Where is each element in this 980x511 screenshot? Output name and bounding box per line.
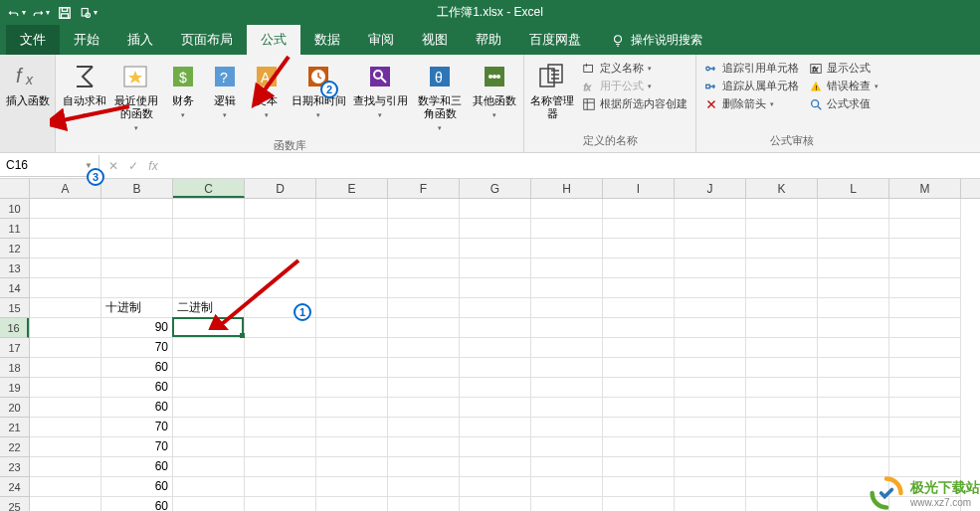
- row-header-16[interactable]: 16: [0, 318, 29, 338]
- tab-review[interactable]: 审阅: [354, 25, 408, 55]
- cell-M15[interactable]: [889, 298, 961, 318]
- cell-G18[interactable]: [460, 358, 531, 378]
- cell-F20[interactable]: [388, 398, 460, 418]
- cell-H22[interactable]: [531, 437, 603, 457]
- cell-K22[interactable]: [746, 437, 818, 457]
- column-header-G[interactable]: G: [460, 179, 531, 198]
- cell-D25[interactable]: [245, 497, 316, 511]
- cell-H23[interactable]: [531, 457, 603, 477]
- cell-K19[interactable]: [746, 378, 818, 398]
- cell-M22[interactable]: [889, 437, 961, 457]
- cell-E10[interactable]: [316, 199, 388, 219]
- cell-C20[interactable]: [173, 398, 245, 418]
- cell-H12[interactable]: [531, 239, 603, 258]
- cell-G16[interactable]: [460, 318, 531, 338]
- cell-K11[interactable]: [746, 219, 818, 239]
- row-header-12[interactable]: 12: [0, 239, 29, 258]
- cell-M23[interactable]: [889, 457, 961, 477]
- cell-L21[interactable]: [818, 418, 889, 437]
- row-header-20[interactable]: 20: [0, 398, 29, 418]
- row-header-14[interactable]: 14: [0, 278, 29, 298]
- row-header-21[interactable]: 21: [0, 418, 29, 437]
- column-header-J[interactable]: J: [675, 179, 746, 198]
- cell-B21[interactable]: 70: [101, 418, 173, 437]
- cell-E13[interactable]: [316, 258, 388, 278]
- cell-L22[interactable]: [818, 437, 889, 457]
- evaluate-formula-button[interactable]: 公式求值: [809, 96, 879, 111]
- cell-I13[interactable]: [603, 258, 675, 278]
- cell-F10[interactable]: [388, 199, 460, 219]
- cell-B25[interactable]: 60: [101, 497, 173, 511]
- cell-F11[interactable]: [388, 219, 460, 239]
- cell-K12[interactable]: [746, 239, 818, 258]
- cell-J11[interactable]: [675, 219, 746, 239]
- row-header-23[interactable]: 23: [0, 457, 29, 477]
- cell-M17[interactable]: [889, 338, 961, 358]
- define-name-button[interactable]: 定义名称 ▾: [582, 61, 687, 76]
- cell-L16[interactable]: [818, 318, 889, 338]
- cell-K16[interactable]: [746, 318, 818, 338]
- cell-J20[interactable]: [675, 398, 746, 418]
- row-header-18[interactable]: 18: [0, 358, 29, 378]
- cell-M14[interactable]: [889, 278, 961, 298]
- row-header-19[interactable]: 19: [0, 378, 29, 398]
- cell-J12[interactable]: [675, 239, 746, 258]
- cell-H10[interactable]: [531, 199, 603, 219]
- tab-baidu[interactable]: 百度网盘: [515, 25, 595, 55]
- cell-F13[interactable]: [388, 258, 460, 278]
- cell-I16[interactable]: [603, 318, 675, 338]
- cell-H17[interactable]: [531, 338, 603, 358]
- cell-J18[interactable]: [675, 358, 746, 378]
- cell-I21[interactable]: [603, 418, 675, 437]
- cell-H20[interactable]: [531, 398, 603, 418]
- cell-L11[interactable]: [818, 219, 889, 239]
- cell-L13[interactable]: [818, 258, 889, 278]
- cell-A24[interactable]: [30, 477, 101, 497]
- tab-data[interactable]: 数据: [300, 25, 354, 55]
- cell-D21[interactable]: [245, 418, 316, 437]
- cell-J17[interactable]: [675, 338, 746, 358]
- cell-L10[interactable]: [818, 199, 889, 219]
- cell-K14[interactable]: [746, 278, 818, 298]
- cell-F14[interactable]: [388, 278, 460, 298]
- cell-L19[interactable]: [818, 378, 889, 398]
- cell-J16[interactable]: [675, 318, 746, 338]
- cell-I11[interactable]: [603, 219, 675, 239]
- cell-G22[interactable]: [460, 437, 531, 457]
- cell-B23[interactable]: 60: [101, 457, 173, 477]
- cell-C22[interactable]: [173, 437, 245, 457]
- cell-C17[interactable]: [173, 338, 245, 358]
- cell-A18[interactable]: [30, 358, 101, 378]
- column-header-K[interactable]: K: [746, 179, 818, 198]
- cell-L17[interactable]: [818, 338, 889, 358]
- cell-E11[interactable]: [316, 219, 388, 239]
- tell-me-search[interactable]: 操作说明搜索: [605, 26, 708, 55]
- cell-E23[interactable]: [316, 457, 388, 477]
- row-header-25[interactable]: 25: [0, 497, 29, 511]
- cell-I18[interactable]: [603, 358, 675, 378]
- cell-L18[interactable]: [818, 358, 889, 378]
- cell-D20[interactable]: [245, 398, 316, 418]
- redo-button[interactable]: ▾: [32, 4, 50, 22]
- cell-C19[interactable]: [173, 378, 245, 398]
- tab-formulas[interactable]: 公式: [247, 25, 300, 55]
- cell-F22[interactable]: [388, 437, 460, 457]
- cell-K23[interactable]: [746, 457, 818, 477]
- tab-layout[interactable]: 页面布局: [167, 25, 247, 55]
- trace-dependents-button[interactable]: 追踪从属单元格: [704, 79, 799, 93]
- cell-G10[interactable]: [460, 199, 531, 219]
- cell-B22[interactable]: 70: [101, 437, 173, 457]
- cell-G13[interactable]: [460, 258, 531, 278]
- cell-J25[interactable]: [675, 497, 746, 511]
- row-header-11[interactable]: 11: [0, 219, 29, 239]
- cell-D19[interactable]: [245, 378, 316, 398]
- cell-E19[interactable]: [316, 378, 388, 398]
- cell-D24[interactable]: [245, 477, 316, 497]
- cell-H24[interactable]: [531, 477, 603, 497]
- cell-I24[interactable]: [603, 477, 675, 497]
- cell-M20[interactable]: [889, 398, 961, 418]
- cell-M11[interactable]: [889, 219, 961, 239]
- cell-H14[interactable]: [531, 278, 603, 298]
- cell-C23[interactable]: [173, 457, 245, 477]
- cell-L15[interactable]: [818, 298, 889, 318]
